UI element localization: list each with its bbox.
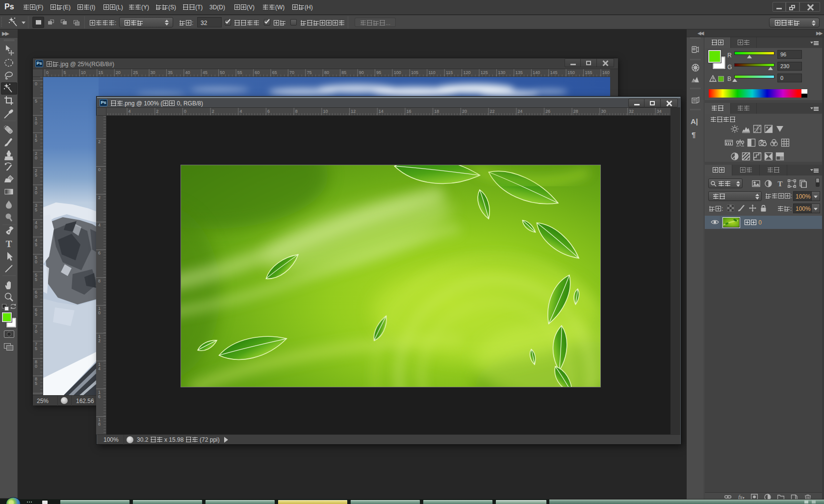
svg-text:T: T xyxy=(777,180,782,188)
svg-text:T: T xyxy=(6,239,12,249)
